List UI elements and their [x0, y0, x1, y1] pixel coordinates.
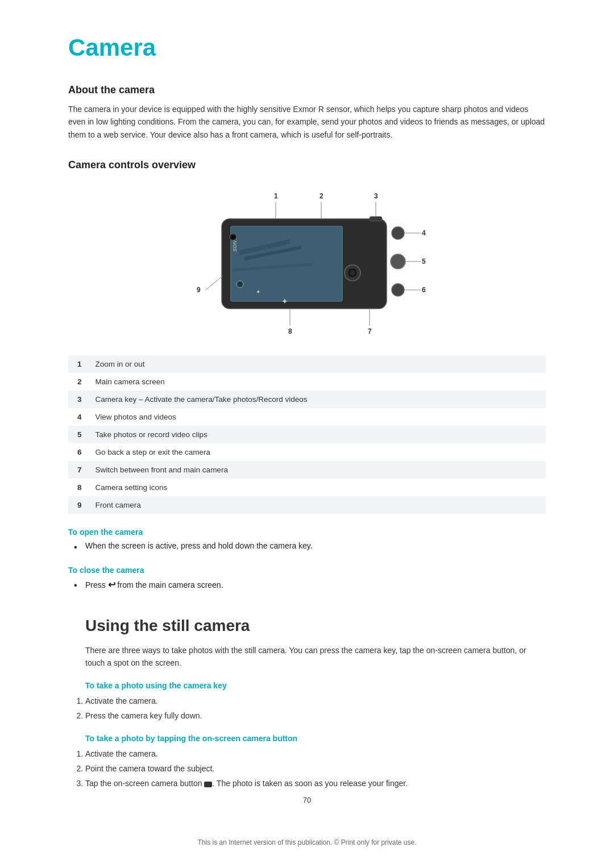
svg-point-7	[237, 281, 243, 288]
svg-text:1: 1	[274, 192, 278, 200]
svg-point-16	[350, 271, 355, 275]
page-title: Camera	[68, 34, 546, 61]
svg-rect-17	[370, 217, 382, 221]
close-camera-text: Press ↩ from the main camera screen.	[85, 579, 223, 590]
bullet-dot: •	[74, 541, 82, 554]
control-number: 2	[68, 373, 89, 391]
about-camera-body: The camera in your device is equipped wi…	[68, 103, 546, 141]
bullet-dot-2: •	[74, 579, 82, 592]
control-description: Switch between front and main camera	[89, 461, 546, 479]
svg-line-34	[206, 276, 223, 290]
control-description: View photos and videos	[89, 408, 546, 426]
control-description: Go back a step or exit the camera	[89, 443, 546, 461]
svg-point-10	[391, 254, 405, 269]
control-description: Camera key – Activate the camera/Take ph…	[89, 391, 546, 408]
open-camera-text: When the screen is active, press and hol…	[85, 541, 313, 550]
table-row: 1Zoom in or out	[68, 355, 546, 373]
list-item: Press the camera key fully down.	[85, 709, 546, 722]
svg-text:4: 4	[422, 229, 426, 237]
control-number: 6	[68, 443, 89, 461]
svg-text:6: 6	[422, 286, 426, 294]
control-number: 4	[68, 408, 89, 426]
page-footer: This is an Internet version of this publ…	[68, 838, 546, 846]
control-number: 9	[68, 496, 89, 514]
list-item: Point the camera toward the subject.	[85, 762, 546, 775]
svg-text:9: 9	[197, 286, 201, 294]
control-description: Main camera screen	[89, 373, 546, 391]
table-row: 7Switch between front and main camera	[68, 461, 546, 479]
svg-point-13	[231, 235, 235, 239]
control-number: 8	[68, 479, 89, 496]
table-row: 4View photos and videos	[68, 408, 546, 426]
svg-rect-2	[231, 227, 342, 301]
table-row: 3Camera key – Activate the camera/Take p…	[68, 391, 546, 408]
svg-text:3: 3	[374, 192, 378, 200]
table-row: 6Go back a step or exit the camera	[68, 443, 546, 461]
control-number: 5	[68, 426, 89, 443]
list-item: Activate the camera.	[85, 695, 546, 707]
control-number: 1	[68, 355, 89, 373]
svg-text:5: 5	[422, 258, 426, 265]
list-item: Activate the camera.	[85, 747, 546, 760]
controls-table: 1Zoom in or out2Main camera screen3Camer…	[68, 355, 546, 514]
control-description: Camera setting icons	[89, 479, 546, 496]
svg-text:✦: ✦	[281, 297, 288, 306]
control-description: Zoom in or out	[89, 355, 546, 373]
svg-point-11	[392, 284, 404, 296]
onscreen-button-heading: To take a photo by tapping the on-screen…	[68, 734, 546, 743]
control-number: 3	[68, 391, 89, 408]
table-row: 2Main camera screen	[68, 373, 546, 391]
svg-point-9	[392, 227, 404, 239]
camera-key-heading: To take a photo using the camera key	[68, 681, 546, 690]
open-camera-heading: To open the camera	[68, 528, 546, 537]
svg-text:2: 2	[320, 192, 323, 200]
list-item: Tap the on-screen camera button . The ph…	[85, 777, 546, 790]
camera-diagram: SONY ✦ 1 2 3 4 5	[68, 185, 546, 344]
table-row: 5Take photos or record video clips	[68, 426, 546, 443]
control-description: Take photos or record video clips	[89, 426, 546, 443]
controls-overview-heading: Camera controls overview	[68, 159, 546, 171]
svg-text:7: 7	[368, 327, 372, 335]
using-still-body: There are three ways to take photos with…	[68, 644, 546, 670]
page-number: 70	[68, 796, 546, 804]
close-camera-bullet: • Press ↩ from the main camera screen.	[68, 579, 546, 592]
using-still-heading: Using the still camera	[68, 617, 546, 635]
open-camera-bullet: • When the screen is active, press and h…	[68, 541, 546, 554]
table-row: 9Front camera	[68, 496, 546, 514]
camera-key-steps: Activate the camera.Press the camera key…	[68, 695, 546, 722]
table-row: 8Camera setting icons	[68, 479, 546, 496]
onscreen-button-steps: Activate the camera.Point the camera tow…	[68, 747, 546, 790]
control-description: Front camera	[89, 496, 546, 514]
about-camera-heading: About the camera	[68, 84, 546, 96]
svg-text:✦: ✦	[256, 289, 260, 295]
control-number: 7	[68, 461, 89, 479]
svg-text:8: 8	[288, 327, 292, 335]
using-still-section: Using the still camera There are three w…	[68, 612, 546, 790]
close-camera-heading: To close the camera	[68, 566, 546, 575]
